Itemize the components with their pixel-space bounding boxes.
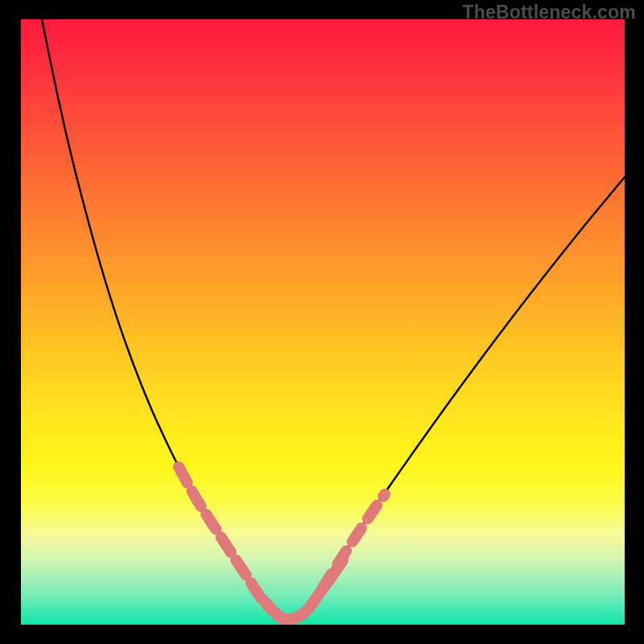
plot-area [21, 19, 625, 625]
chart-frame: TheBottleneck.com [0, 0, 644, 644]
main-curve [42, 19, 625, 620]
curve-layer [21, 19, 625, 625]
overlay-right [323, 494, 385, 588]
overlay-left [179, 467, 272, 610]
watermark-text: TheBottleneck.com [462, 2, 636, 23]
